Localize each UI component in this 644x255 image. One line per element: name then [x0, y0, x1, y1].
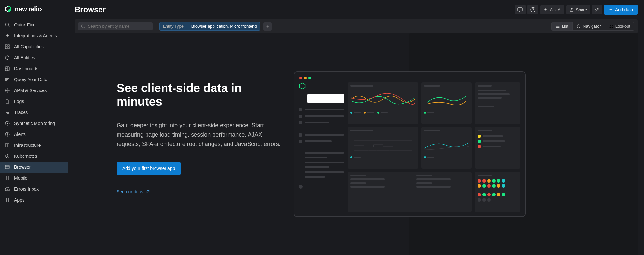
view-lookout[interactable]: Lookout: [605, 22, 634, 30]
nav-label: Quick Find: [14, 22, 36, 27]
nav-label: Alerts: [14, 132, 26, 137]
nav-item-kubernetes[interactable]: Kubernetes: [0, 151, 68, 162]
globe-icon: [5, 88, 10, 93]
nav-item-query-your-data[interactable]: Query Your Data: [0, 74, 68, 85]
svg-rect-4: [8, 47, 9, 49]
view-navigator[interactable]: Navigator: [573, 22, 605, 30]
nav-label: Logs: [14, 99, 24, 104]
nav-item-integrations-agents[interactable]: Integrations & Agents: [0, 30, 68, 41]
search-icon: [81, 24, 85, 29]
share-icon: [569, 7, 574, 12]
add-browser-app-button[interactable]: Add your first browser app: [117, 162, 181, 175]
page-title: Browser: [75, 5, 106, 14]
nav-item-all-capabilities[interactable]: All Capabilities: [0, 41, 68, 52]
nav-item-dashboards[interactable]: Dashboards: [0, 63, 68, 74]
view-switcher: List Navigator Lookout: [551, 22, 634, 31]
filter-chip[interactable]: Entity Type = Browser application, Micro…: [159, 22, 260, 31]
svg-point-23: [609, 24, 611, 26]
search-icon: [5, 22, 10, 28]
nav-label: Apps: [14, 197, 24, 203]
nav-item-apm-services[interactable]: APM & Services: [0, 85, 68, 96]
add-data-button[interactable]: Add data: [604, 5, 638, 15]
nav-item-all-entities[interactable]: All Entities: [0, 52, 68, 63]
divider: [412, 23, 412, 30]
nav-label: Traces: [14, 110, 28, 115]
lookout-icon: [609, 24, 613, 29]
plus-icon: [5, 33, 10, 39]
logo[interactable]: new relic.: [0, 0, 68, 18]
docs-link[interactable]: See our docs: [117, 189, 281, 194]
search-box[interactable]: [78, 22, 153, 30]
share-button[interactable]: Share: [566, 5, 590, 14]
svg-point-18: [8, 200, 9, 202]
nav-label: Integrations & Agents: [14, 33, 57, 38]
link-icon-button[interactable]: [592, 5, 602, 14]
nav-label: Errors Inbox: [14, 186, 39, 192]
link-icon: [595, 7, 599, 12]
svg-point-12: [7, 156, 8, 157]
sidebar: new relic. Quick FindIntegrations & Agen…: [0, 0, 68, 255]
hero-illustration: [294, 40, 526, 249]
nav-label: ...: [14, 208, 18, 213]
grid-icon: [5, 44, 10, 50]
k8s-icon: [5, 153, 10, 159]
svg-rect-3: [5, 47, 7, 49]
nav-item-errors-inbox[interactable]: Errors Inbox: [0, 184, 68, 194]
svg-point-26: [611, 27, 613, 28]
help-icon-button[interactable]: ?: [527, 5, 538, 14]
nav-item-synthetic-monitoring[interactable]: Synthetic Monitoring: [0, 118, 68, 129]
add-filter-button[interactable]: +: [263, 22, 272, 31]
svg-point-24: [611, 24, 613, 26]
infra-icon: [5, 142, 10, 148]
view-list[interactable]: List: [552, 22, 573, 30]
hero-description: Gain deeper insight into your client-sid…: [117, 121, 281, 148]
traces-icon: [5, 109, 10, 115]
search-input[interactable]: [88, 24, 149, 29]
browser-icon: [5, 164, 10, 170]
nav-label: Mobile: [14, 175, 27, 181]
nav-item-alerts[interactable]: Alerts: [0, 129, 68, 140]
hero-title: See client-side data in minutes: [117, 81, 281, 109]
nav-list: Quick FindIntegrations & AgentsAll Capab…: [0, 18, 68, 216]
chat-icon-button[interactable]: [515, 5, 526, 14]
list-icon: [555, 24, 560, 29]
svg-rect-2: [8, 45, 9, 46]
hero-copy: See client-side data in minutes Gain dee…: [75, 40, 281, 249]
svg-rect-14: [6, 176, 8, 180]
svg-point-8: [7, 123, 8, 124]
help-icon: ?: [530, 7, 535, 12]
file-icon: [5, 99, 10, 104]
nav-label: APM & Services: [14, 88, 47, 93]
nav-item-traces[interactable]: Traces: [0, 107, 68, 118]
nav-item-browser[interactable]: Browser: [0, 162, 68, 173]
nav-item--[interactable]: ...: [0, 205, 68, 216]
nav-label: Kubernetes: [14, 154, 37, 159]
svg-point-17: [6, 200, 7, 202]
nav-label: Browser: [14, 165, 31, 170]
nav-item-logs[interactable]: Logs: [0, 96, 68, 107]
nav-label: Query Your Data: [14, 77, 48, 82]
sparkle-icon: [543, 7, 548, 12]
nav-item-quick-find[interactable]: Quick Find: [0, 19, 68, 30]
synth-icon: [5, 120, 10, 126]
toolbar: Entity Type = Browser application, Micro…: [75, 19, 638, 33]
nav-label: All Entities: [14, 55, 35, 60]
header: Browser ? Ask AI Share Add data: [68, 0, 644, 19]
nav-item-mobile[interactable]: Mobile: [0, 173, 68, 184]
nav-label: Synthetic Monitoring: [14, 121, 55, 126]
external-link-icon: [146, 190, 150, 194]
svg-point-15: [6, 198, 7, 200]
mobile-icon: [5, 175, 10, 181]
svg-rect-1: [5, 45, 7, 46]
content: See client-side data in minutes Gain dee…: [68, 33, 644, 255]
nav-label: Dashboards: [14, 66, 39, 71]
svg-rect-19: [518, 8, 522, 11]
apps-icon: [5, 197, 10, 203]
divider: [156, 23, 156, 30]
svg-point-16: [8, 198, 9, 200]
svg-rect-10: [6, 143, 7, 147]
ask-ai-button[interactable]: Ask AI: [540, 5, 564, 14]
nav-item-infrastructure[interactable]: Infrastructure: [0, 140, 68, 151]
query-icon: [5, 77, 10, 82]
nav-item-apps[interactable]: Apps: [0, 194, 68, 205]
